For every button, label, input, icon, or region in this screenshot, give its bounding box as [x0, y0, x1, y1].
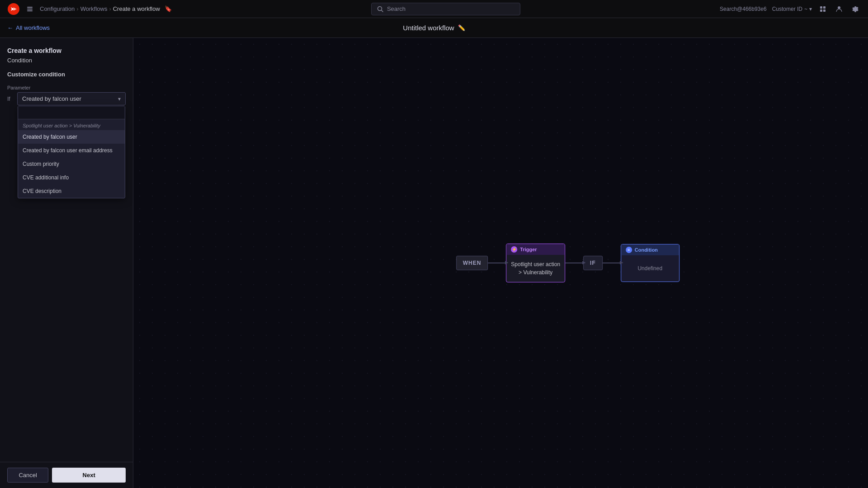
if-node: IF: [583, 256, 603, 270]
svg-rect-8: [820, 9, 822, 12]
breadcrumb-configuration[interactable]: Configuration: [40, 5, 75, 12]
param-selected-value: Created by falcon user: [22, 95, 81, 102]
main-layout: Create a workflow Condition Customize co…: [0, 38, 868, 488]
param-select[interactable]: Created by falcon user ▾ Spotlight user …: [17, 92, 126, 105]
bookmark-icon[interactable]: 🔖: [165, 5, 172, 12]
dropdown-search-input[interactable]: [18, 106, 125, 119]
nav-right: Search@466b93e6 Customer ID ~ ▾: [720, 4, 861, 14]
sidebar-footer: Cancel Next: [0, 462, 133, 488]
svg-line-5: [381, 10, 383, 12]
user-icon[interactable]: [834, 4, 844, 14]
svg-rect-6: [820, 6, 822, 9]
dropdown-item-4[interactable]: CVE description: [18, 184, 125, 198]
connector-3: [603, 263, 621, 263]
svg-rect-3: [27, 10, 33, 11]
back-link[interactable]: ← All workflows: [7, 24, 50, 31]
svg-rect-2: [27, 9, 33, 9]
if-row: If Created by falcon user ▾ Spotlight us…: [7, 92, 126, 105]
condition-header: ≡ Condition: [621, 244, 679, 255]
trigger-icon: ⚡: [511, 246, 517, 253]
svg-rect-7: [823, 6, 826, 9]
breadcrumb: Configuration › Workflows › Create a wor…: [40, 5, 172, 12]
chevron-down-icon: ▾: [118, 96, 121, 102]
dropdown-item-0[interactable]: Created by falcon user: [18, 130, 125, 144]
trigger-label: Trigger: [520, 247, 537, 252]
dropdown-list: Spotlight user action > Vulnerability Cr…: [18, 119, 125, 198]
customize-condition-title: Customize condition: [7, 71, 126, 78]
cancel-button[interactable]: Cancel: [7, 468, 48, 483]
customer-id-suffix: ~: [804, 6, 807, 12]
condition-node[interactable]: ≡ Condition Undefined: [621, 244, 679, 282]
connector-2: [565, 263, 583, 263]
condition-icon: ≡: [626, 247, 632, 253]
top-nav: Configuration › Workflows › Create a wor…: [0, 0, 868, 18]
trigger-body-line1: Spotlight user action: [511, 261, 560, 267]
create-workflow-title: Create a workflow: [7, 47, 126, 54]
svg-rect-1: [27, 7, 33, 8]
sub-header: ← All workflows Untitled workflow ✏️: [0, 18, 868, 38]
breadcrumb-sep-1: ›: [76, 5, 78, 12]
condition-body: Undefined: [621, 255, 679, 282]
condition-title: Condition: [7, 57, 126, 64]
user-email: Search@466b93e6: [720, 6, 767, 12]
menu-icon[interactable]: [24, 4, 35, 14]
breadcrumb-sep-2: ›: [109, 5, 111, 12]
dropdown-item-2[interactable]: Custom priority: [18, 157, 125, 171]
customer-id-label: Customer ID: [772, 6, 802, 12]
param-label: Parameter: [7, 85, 126, 90]
param-dropdown: Spotlight user action > Vulnerability Cr…: [18, 106, 125, 198]
svg-point-10: [838, 6, 840, 9]
workflow-title-text: Untitled workflow: [403, 24, 454, 32]
svg-rect-9: [823, 9, 826, 12]
search-bar[interactable]: Search: [371, 3, 520, 15]
breadcrumb-workflows[interactable]: Workflows: [80, 5, 108, 12]
trigger-body: Spotlight user action > Vulnerability: [506, 255, 565, 282]
sidebar-content: Create a workflow Condition Customize co…: [0, 38, 133, 462]
trigger-node[interactable]: ⚡ Trigger Spotlight user action > Vulner…: [506, 244, 565, 282]
back-arrow-icon: ←: [7, 24, 13, 31]
workflow-title: Untitled workflow ✏️: [403, 24, 465, 32]
when-node: WHEN: [456, 256, 488, 270]
dropdown-item-3[interactable]: CVE additional info: [18, 171, 125, 184]
edit-icon[interactable]: ✏️: [458, 24, 465, 31]
settings-icon[interactable]: [850, 4, 861, 14]
dropdown-item-1[interactable]: Created by falcon user email address: [18, 144, 125, 157]
workflow-diagram: WHEN ⚡ Trigger Spotlight user action > V…: [456, 244, 679, 282]
breadcrumb-current: Create a workflow: [113, 5, 160, 12]
if-label: If: [7, 96, 14, 102]
chevron-down-icon: ▾: [809, 6, 812, 12]
canvas-area: WHEN ⚡ Trigger Spotlight user action > V…: [133, 38, 868, 488]
grid-icon[interactable]: [817, 4, 828, 14]
dropdown-group-label: Spotlight user action > Vulnerability: [18, 119, 125, 130]
condition-label: Condition: [635, 247, 658, 253]
search-icon: [377, 6, 383, 12]
next-button[interactable]: Next: [52, 468, 126, 483]
connector-1: [488, 263, 506, 263]
search-placeholder: Search: [387, 5, 406, 12]
trigger-body-line2: > Vulnerability: [519, 269, 552, 276]
customer-id[interactable]: Customer ID ~ ▾: [772, 6, 812, 12]
trigger-header: ⚡ Trigger: [506, 244, 565, 255]
nav-left: Configuration › Workflows › Create a wor…: [7, 3, 172, 15]
logo: [7, 3, 20, 15]
sidebar: Create a workflow Condition Customize co…: [0, 38, 133, 488]
back-link-label: All workflows: [16, 24, 50, 31]
